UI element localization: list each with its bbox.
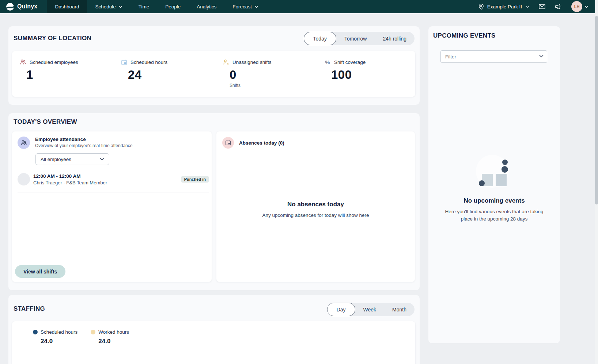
- chevron-down-icon: [539, 55, 544, 58]
- metric-sub-label: Shifts: [230, 83, 324, 88]
- megaphone-icon[interactable]: [555, 4, 562, 9]
- metric-value: 1: [26, 68, 121, 82]
- avatar: LH: [571, 1, 582, 12]
- chevron-down-icon: [525, 5, 529, 8]
- events-filter: [440, 50, 547, 63]
- overview-title: TODAY'S OVERVIEW: [14, 118, 77, 126]
- summary-metrics-card: Scheduled employees 1 Scheduled hours 24: [12, 51, 415, 97]
- metric-shift-coverage: % Shift coverage 100: [324, 59, 426, 88]
- metric-value: 0: [230, 68, 324, 82]
- calendar-icon: [121, 59, 127, 65]
- location-pin-icon: [478, 4, 484, 10]
- nav-item-analytics[interactable]: Analytics: [189, 0, 224, 13]
- scheduled-hours-dot: [33, 330, 38, 334]
- quinyx-logo[interactable]: Quinyx: [0, 0, 47, 13]
- summary-period-toggle: Today Tomorrow 24h rolling: [304, 32, 415, 45]
- employee-avatar: [18, 173, 30, 185]
- upcoming-events-panel: UPCOMING EVENTS No upcoming events Here …: [428, 26, 560, 343]
- shift-list-item[interactable]: 12:00 AM - 12:00 AM Chris Traeger - F&B …: [18, 173, 209, 192]
- chevron-down-icon: [118, 5, 122, 8]
- brand-name: Quinyx: [17, 3, 37, 10]
- metric-label: Shift coverage: [334, 60, 366, 65]
- people-icon: [19, 59, 26, 65]
- tab-tomorrow[interactable]: Tomorrow: [336, 32, 375, 45]
- overview-section: TODAY'S OVERVIEW Employee attendance Ove…: [8, 113, 420, 290]
- metric-value: 100: [331, 68, 426, 82]
- chevron-down-icon: [254, 5, 258, 8]
- absences-card: Absences today (0) No absences today Any…: [216, 131, 415, 282]
- absences-empty-body: Any upcoming absences for today will sho…: [261, 212, 371, 219]
- absences-icon-circle: [222, 137, 234, 149]
- tab-24h-rolling[interactable]: 24h rolling: [375, 32, 415, 45]
- legend-scheduled-hours: Scheduled hours 24.0: [33, 329, 77, 345]
- scrollbar-track[interactable]: [595, 0, 598, 364]
- tab-today[interactable]: Today: [304, 32, 336, 45]
- worked-hours-dot: [91, 330, 95, 334]
- location-selector[interactable]: Example Park II: [478, 4, 529, 10]
- metric-unassigned-shifts: Unassigned shifts 0 Shifts: [223, 59, 324, 88]
- percent-icon: %: [324, 59, 331, 65]
- summary-title: SUMMARY OF LOCATION: [14, 35, 91, 42]
- metric-scheduled-employees: Scheduled employees 1: [19, 59, 121, 88]
- metric-label: Scheduled employees: [30, 60, 78, 65]
- scrollbar-thumb[interactable]: [595, 16, 598, 204]
- mail-icon[interactable]: [539, 4, 545, 9]
- staffing-period-toggle: Day Week Month: [327, 303, 415, 316]
- top-nav: Quinyx Dashboard Schedule Time People An…: [0, 0, 598, 13]
- summary-section: SUMMARY OF LOCATION Today Tomorrow 24h r…: [8, 26, 420, 105]
- shift-person: Chris Traeger - F&B Team Member: [33, 180, 107, 185]
- attendance-card-title: Employee attendance: [35, 137, 132, 142]
- legend-label: Worked hours: [98, 329, 129, 335]
- legend-worked-hours: Worked hours 24.0: [91, 329, 129, 345]
- staffing-section: STAFFING Day Week Month Scheduled hours …: [8, 295, 420, 364]
- events-empty-body: Here you'll find various events that are…: [439, 208, 549, 223]
- metric-value: 24: [128, 68, 223, 82]
- shift-time: 12:00 AM - 12:00 AM: [33, 173, 107, 179]
- metric-label: Unassigned shifts: [232, 60, 272, 65]
- staffing-chart-card: Scheduled hours 24.0 Worked hours 24.0: [12, 321, 415, 364]
- chevron-down-icon: [584, 5, 588, 8]
- user-menu[interactable]: LH: [571, 1, 588, 12]
- nav-item-people[interactable]: People: [157, 0, 189, 13]
- nav-item-dashboard[interactable]: Dashboard: [47, 0, 87, 13]
- chevron-down-icon: [100, 158, 104, 161]
- attendance-card-subtitle: Overview of your employee's real-time at…: [35, 143, 132, 148]
- legend-label: Scheduled hours: [41, 329, 77, 335]
- tab-day[interactable]: Day: [327, 303, 355, 316]
- legend-value: 24.0: [98, 338, 129, 345]
- calendar-icon: [225, 140, 231, 146]
- absences-card-title: Absences today (0): [239, 140, 284, 146]
- punched-in-badge: Punched in: [181, 176, 209, 183]
- legend-value: 24.0: [41, 338, 77, 345]
- absences-empty-title: No absences today: [216, 201, 415, 208]
- staffing-title: STAFFING: [14, 305, 45, 313]
- metric-label: Scheduled hours: [130, 60, 167, 65]
- employee-attendance-card: Employee attendance Overview of your emp…: [12, 131, 212, 282]
- tab-month[interactable]: Month: [384, 303, 415, 316]
- employee-filter-dropdown[interactable]: All employees: [35, 153, 109, 165]
- no-events-illustration: [472, 155, 516, 188]
- attendance-icon-circle: [18, 137, 30, 149]
- events-empty-title: No upcoming events: [428, 197, 560, 204]
- person-x-icon: [223, 59, 229, 65]
- view-all-shifts-button[interactable]: View all shifts: [15, 265, 65, 278]
- nav-item-forecast[interactable]: Forecast: [224, 0, 266, 13]
- location-label: Example Park II: [487, 4, 522, 9]
- tab-week[interactable]: Week: [355, 303, 385, 316]
- nav-item-time[interactable]: Time: [130, 0, 158, 13]
- events-filter-input[interactable]: [440, 50, 547, 63]
- metric-scheduled-hours: Scheduled hours 24: [121, 59, 223, 88]
- people-icon: [20, 140, 27, 146]
- nav-item-schedule[interactable]: Schedule: [87, 0, 130, 13]
- employee-filter-value: All employees: [41, 157, 71, 162]
- upcoming-events-title: UPCOMING EVENTS: [433, 32, 496, 39]
- quinyx-logo-icon: [6, 3, 14, 11]
